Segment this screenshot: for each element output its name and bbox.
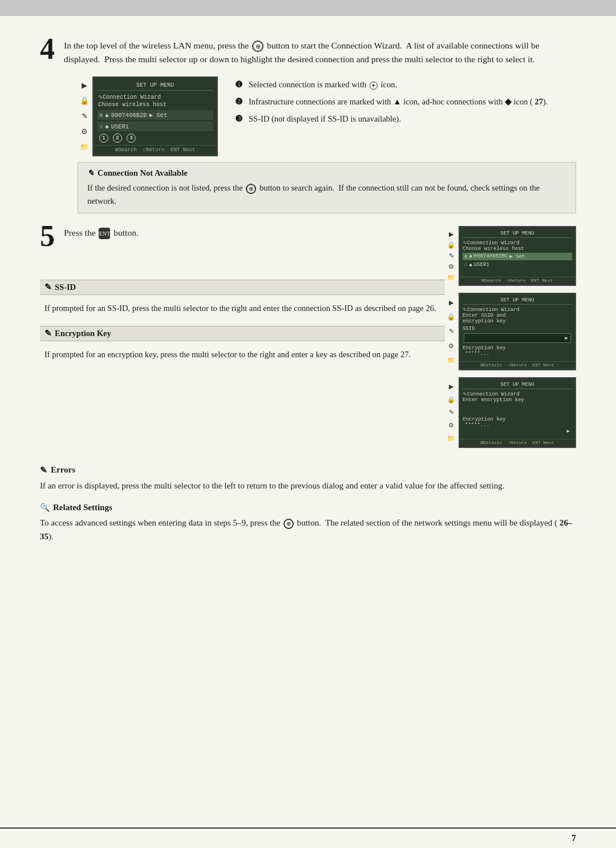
s1-wizard: ∿Connection Wizard (463, 240, 572, 246)
s3-icon3: ✎ (449, 409, 454, 416)
screen-ssid-row: ⊙ ▲ 0007406B2B ▶ Set (97, 110, 213, 120)
connection-not-available-box: ✎ Connection Not Available If the desire… (78, 162, 576, 213)
related-button-icon: ⊕ (283, 519, 294, 529)
note-text-2: Infrastructure connections are marked wi… (249, 96, 548, 108)
s2-icon4: ⚙ (448, 342, 454, 350)
s2-wizard: ∿Connection Wizard (463, 306, 572, 313)
step4-number: 4 (40, 34, 55, 66)
s1-icon2: 🔒 (447, 241, 455, 249)
cna-title-text: Connection Not Available (98, 168, 188, 178)
s3-icon1: ▶ (449, 383, 453, 390)
camera-outer-step4: ▶ 🔒 ✎ ⚙ 📁 SET UP MENU ∿Connection Wizard… (78, 76, 218, 156)
s3-icon5: 📁 (447, 435, 455, 442)
screen-choose-host: Choose wireless host (97, 101, 213, 108)
s2-icon5: 📁 (447, 357, 455, 364)
note-text-1: Selected connection is marked with ● ico… (249, 79, 397, 91)
s3-title: SET UP MENU (463, 382, 572, 389)
ssid-title-text: SS-ID (55, 282, 76, 292)
page-number: 7 (572, 833, 576, 843)
encryption-note-section: ✎ Encryption Key If prompted for an encr… (40, 326, 445, 361)
s1-o: ○ (464, 262, 467, 268)
step5-text: Press the ENT button. (64, 226, 139, 240)
step5-block: 5 Press the ENT button. ✎ SS-ID (40, 226, 576, 448)
s2-title: SET UP MENU (463, 297, 572, 305)
s2-enc-label: Encryption key (463, 345, 572, 351)
wireless-button-icon: ⊕ (252, 41, 264, 52)
s2-icon1: ▶ (449, 299, 453, 306)
screen2-side-icons: ▶ 🔒 ✎ ⚙ 📁 (445, 293, 457, 370)
encryption-note-body: If prompted for an encryption key, press… (40, 345, 445, 361)
camera-screen-step5-3: SET UP MENU ∿Connection Wizard Enter enc… (459, 377, 576, 448)
s3-wizard: ∿Connection Wizard (463, 391, 572, 397)
s3-enc-label: Encryption key (463, 417, 572, 422)
step4-notes: ❶ Selected connection is marked with ● i… (235, 76, 576, 156)
ssid-note-section: ✎ SS-ID If prompted for an SS-ID, press … (40, 280, 445, 314)
related-page-ref: 26–35 (40, 518, 572, 541)
screen-user-row: ○ ◆ USER1 (97, 122, 213, 131)
note-text-3: SS-ID (not displayed if SS-ID is unavail… (249, 113, 401, 126)
set-label: ▶ Set (149, 111, 168, 119)
errors-title: ✎ Errors (40, 465, 576, 475)
s3-spacer (463, 403, 572, 414)
s2-ssid-label: SSID (463, 326, 572, 332)
errors-body: If an error is displayed, press the mult… (40, 479, 576, 492)
s2-enc-value: *****... (463, 351, 572, 357)
selected-icon: ⊙ (99, 111, 103, 119)
s3-arr: ▶ (463, 428, 572, 434)
s1-user-row: ○ ◆ USER1 (463, 261, 572, 269)
side-icon-folder: 📁 (80, 143, 89, 152)
user-value: USER1 (111, 123, 129, 130)
circled-3: 3 (127, 134, 136, 143)
note-num-1: ❶ (235, 79, 244, 91)
screen-connection-wizard: ∿Connection Wizard (97, 93, 213, 101)
pencil-icon-enc: ✎ (44, 329, 52, 338)
side-icon-play: ▶ (82, 81, 87, 90)
infra-icon: ▲ (105, 112, 108, 119)
errors-title-text: Errors (51, 465, 75, 475)
s1-icon5: 📁 (447, 274, 455, 281)
encryption-title-text: Encryption Key (55, 329, 111, 338)
s1-icon3: ✎ (449, 252, 454, 260)
step5-left: 5 Press the ENT button. ✎ SS-ID (40, 226, 445, 361)
step5-header: 5 Press the ENT button. (40, 226, 445, 251)
camera-screen-step4: SET UP MENU ∿Connection Wizard Choose wi… (92, 76, 218, 156)
circled-2: 2 (113, 134, 122, 143)
s3-icon4: ⚙ (448, 422, 454, 429)
ssid-note-body: If prompted for an SS-ID, press the mult… (40, 298, 445, 314)
s2-icon2: 🔒 (447, 313, 455, 321)
s1-adhoc: ◆ (469, 262, 472, 268)
s2-icon3: ✎ (449, 328, 454, 335)
side-icon-settings: ⚙ (81, 127, 88, 136)
side-icon-lock: 🔒 (80, 96, 89, 106)
s2-enter: Enter SSID and (463, 313, 572, 318)
empty-icon1: ○ (99, 123, 103, 130)
s1-icon4: ⚙ (448, 263, 454, 270)
camera-screen-step5-2: SET UP MENU ∿Connection Wizard Enter SSI… (459, 293, 576, 370)
s2-enc-key: encryption key (463, 318, 572, 324)
screen3-side-icons: ▶ 🔒 ✎ ⚙ 📁 (445, 377, 457, 448)
encryption-note-text: ✎ Encryption Key If prompted for an encr… (40, 326, 445, 361)
s1-user: USER1 (474, 262, 489, 268)
s1-choose: Choose wireless host (463, 246, 572, 252)
encryption-note-inner: ✎ Encryption Key If prompted for an encr… (40, 326, 445, 361)
screen1-side-icons: ▶ 🔒 ✎ ⚙ 📁 (445, 226, 457, 286)
content: 4 In the top level of the wireless LAN m… (0, 16, 616, 827)
camera-side-icons: ▶ 🔒 ✎ ⚙ 📁 (78, 76, 91, 156)
connection-not-available-title: ✎ Connection Not Available (87, 168, 566, 178)
s1-infra: ▲ (469, 253, 472, 260)
pencil-icon-ssid: ✎ (44, 282, 52, 292)
s3-enc-value: *****... (463, 422, 572, 428)
top-bar (0, 0, 616, 16)
note-item-3: ❸ SS-ID (not displayed if SS-ID is unava… (235, 113, 576, 126)
s2-ssid-value (467, 335, 469, 341)
note-num-2: ❷ (235, 96, 244, 108)
note-item-2: ❷ Infrastructure connections are marked … (235, 96, 576, 108)
s1-dot: ⊙ (464, 253, 467, 260)
related-settings-title: 🔍 Related Settings (40, 503, 576, 512)
screen1-wrapper: ▶ 🔒 ✎ ⚙ 📁 SET UP MENU ∿Connection Wizard… (445, 226, 576, 286)
s1-set: ▶ Set (509, 253, 525, 260)
s3-icon2: 🔒 (447, 396, 455, 403)
adhoc-icon: ◆ (105, 123, 108, 130)
step5-number: 5 (40, 221, 55, 251)
s1-bottom: ⊠Search ○Return ENT Next (460, 277, 575, 283)
